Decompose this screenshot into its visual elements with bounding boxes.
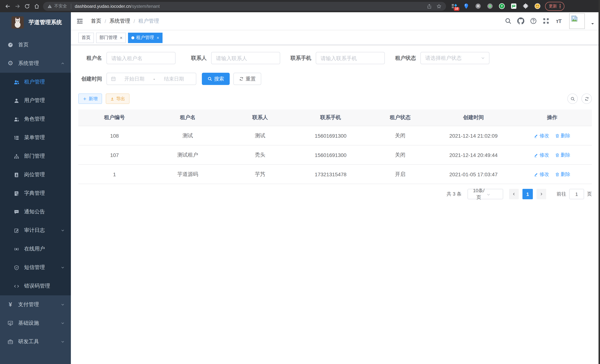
page-size-select[interactable]: 10条/页 — [468, 189, 503, 199]
edit-link[interactable]: 修改 — [534, 152, 549, 158]
dict-icon — [14, 191, 19, 196]
sidebar-item-log[interactable]: 审计日志 — [0, 221, 71, 240]
delete-icon — [555, 153, 560, 157]
sidebar-item-user[interactable]: 用户管理 — [0, 91, 71, 110]
org-icon — [14, 153, 19, 159]
export-button[interactable]: 导出 — [106, 93, 130, 104]
tab-home[interactable]: 首页 — [78, 32, 94, 43]
chevron-down-icon — [60, 265, 65, 270]
profile-avatar-icon[interactable] — [534, 3, 541, 9]
security-warning-icon[interactable] — [47, 4, 52, 8]
browser-back-button[interactable] — [3, 1, 13, 11]
active-tab-dot — [131, 36, 134, 39]
font-size-icon[interactable]: тT — [555, 18, 562, 25]
sidebar-item-role[interactable]: 角色管理 — [0, 110, 71, 128]
extension-pin-icon[interactable] — [463, 3, 469, 9]
breadcrumb-item[interactable]: 首页 — [91, 18, 101, 24]
contact-mobile-input[interactable] — [316, 52, 385, 64]
tab-label: 租户管理 — [136, 35, 154, 41]
app-logo-row[interactable]: 芋道管理系统 — [0, 12, 71, 33]
browser-update-button[interactable]: 更新 — [545, 2, 564, 10]
reset-button[interactable]: 重置 — [233, 73, 261, 85]
edit-link[interactable]: 修改 — [534, 171, 549, 177]
tenant-name-input[interactable] — [106, 52, 176, 64]
tab-tenant[interactable]: 租户管理× — [128, 32, 162, 43]
calendar-icon — [111, 76, 116, 82]
sidebar-item-errcode[interactable]: 错误码管理 — [0, 277, 71, 295]
refresh-button[interactable] — [581, 93, 592, 104]
share-icon[interactable] — [427, 3, 432, 9]
sidebar-item-infra[interactable]: 基础设施 — [0, 314, 71, 332]
url-bar[interactable]: 不安全 dashboard.yudao.iocoder.cn /system/t… — [43, 2, 446, 10]
user-avatar[interactable] — [569, 13, 585, 29]
tab-label: 首页 — [82, 35, 91, 41]
delete-label: 删除 — [561, 171, 570, 177]
delete-link[interactable]: 删除 — [555, 132, 570, 139]
browser-menu-dots-icon[interactable] — [560, 4, 561, 8]
sidebar-item-label: 岗位管理 — [24, 171, 45, 178]
sidebar-collapse-icon[interactable] — [76, 17, 84, 25]
prev-page-button[interactable] — [509, 189, 519, 199]
extensions-puzzle-icon[interactable] — [523, 3, 529, 9]
url-divider — [71, 3, 71, 9]
sidebar-item-post[interactable]: 岗位管理 — [0, 166, 71, 184]
close-icon[interactable]: × — [157, 36, 159, 40]
extension-grid-icon[interactable]: 10 — [451, 3, 458, 9]
sidebar-item-pay[interactable]: ¥支付管理 — [0, 295, 71, 314]
column-header: 创建时间 — [434, 110, 512, 126]
sidebar-item-devtools[interactable]: 研发工具 — [0, 332, 71, 351]
pagination: 共 3 条 10条/页 1 前往 页 — [78, 189, 592, 199]
contact-name-label: 联系人 — [183, 55, 207, 61]
cell-status: 关闭 — [366, 145, 434, 165]
contact-name-input[interactable] — [211, 52, 280, 64]
avatar-dropdown-caret-icon[interactable] — [590, 21, 595, 26]
fullscreen-icon[interactable] — [543, 18, 550, 25]
edit-link[interactable]: 修改 — [534, 132, 549, 139]
sidebar-item-system[interactable]: ⚙系统管理 — [0, 54, 71, 73]
sidebar-item-menu[interactable]: 菜单管理 — [0, 128, 71, 147]
next-page-button[interactable] — [536, 189, 546, 199]
sidebar-item-label: 字典管理 — [24, 190, 45, 197]
close-icon[interactable]: × — [120, 36, 122, 40]
sidebar-item-online[interactable]: 在线用户 — [0, 240, 71, 258]
sidebar-item-label: 系统管理 — [18, 60, 39, 67]
browser-forward-button[interactable] — [13, 1, 22, 11]
sidebar-item-label: 在线用户 — [24, 246, 45, 252]
toggle-search-button[interactable] — [567, 93, 578, 104]
tenant-status-select[interactable]: 请选择租户状态 — [420, 52, 489, 64]
create-time-range-picker[interactable]: 开始日期 - 结束日期 — [106, 73, 196, 85]
sidebar-item-label: 研发工具 — [18, 338, 39, 345]
cell-created: 2021-12-14 21:02:09 — [434, 126, 512, 145]
github-icon[interactable] — [517, 18, 524, 25]
delete-link[interactable]: 删除 — [555, 152, 570, 158]
table-header-row: 租户编号租户名联系人联系手机租户状态创建时间操作 — [78, 110, 592, 126]
chevron-down-icon — [480, 56, 485, 60]
extension-y-icon[interactable]: Y — [499, 3, 505, 9]
browser-reload-button[interactable] — [22, 1, 32, 11]
sidebar-item-tenant[interactable]: 租户管理 — [0, 73, 71, 91]
extension-record-icon[interactable] — [487, 3, 493, 9]
sidebar-item-sms[interactable]: 短信管理 — [0, 258, 71, 277]
goto-page-input[interactable] — [569, 189, 584, 199]
help-icon[interactable] — [530, 18, 537, 25]
delete-link[interactable]: 删除 — [555, 171, 570, 177]
add-button[interactable]: 新增 — [78, 93, 102, 104]
search-icon[interactable] — [505, 18, 512, 25]
sidebar-item-dept[interactable]: 部门管理 — [0, 147, 71, 166]
notice-icon — [14, 209, 19, 215]
svg-text:Y: Y — [501, 5, 503, 8]
tab-dept[interactable]: 部门管理× — [96, 32, 126, 43]
extension-command-icon[interactable]: ⌘ — [475, 3, 481, 9]
browser-home-button[interactable] — [32, 1, 42, 11]
bookmark-star-icon[interactable] — [436, 3, 441, 9]
column-header: 联系人 — [225, 110, 295, 126]
sidebar-item-notice[interactable]: 通知公告 — [0, 203, 71, 221]
breadcrumb-item[interactable]: 系统管理 — [110, 18, 130, 24]
extension-chat-icon[interactable] — [511, 3, 517, 9]
page-number-1[interactable]: 1 — [523, 189, 533, 199]
tab-label: 部门管理 — [99, 35, 117, 41]
edit-icon — [534, 172, 538, 177]
search-button[interactable]: 搜索 — [202, 73, 230, 85]
sidebar-item-dict[interactable]: 字典管理 — [0, 184, 71, 203]
sidebar-item-home[interactable]: 首页 — [0, 36, 71, 54]
